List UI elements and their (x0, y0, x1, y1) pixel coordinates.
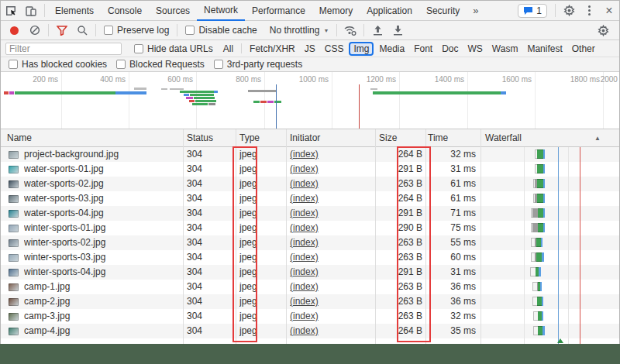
filter-pill-doc[interactable]: Doc (438, 43, 462, 55)
tab-performance[interactable]: Performance (245, 1, 312, 21)
request-initiator-link[interactable]: (index) (290, 221, 367, 235)
filter-pill-fetch-xhr[interactable]: Fetch/XHR (246, 43, 299, 55)
sort-ascending-icon[interactable]: ▲ (594, 129, 601, 147)
tab-network[interactable]: Network (197, 1, 245, 21)
waterfall-bar[interactable] (531, 252, 544, 262)
request-row-water-sports-01.jpg[interactable]: water-sports-01.jpg304jpeg(index)291 B31… (1, 162, 619, 177)
record-icon[interactable] (10, 26, 19, 35)
request-initiator-link[interactable]: (index) (290, 265, 367, 280)
request-row-winter-sports-04.jpg[interactable]: winter-sports-04.jpg304jpeg(index)291 B3… (1, 265, 619, 280)
filter-pill-js[interactable]: JS (301, 43, 319, 55)
request-row-camp-3.jpg[interactable]: camp-3.jpg304jpeg(index)263 B32 ms (1, 309, 619, 324)
waterfall-bar[interactable] (533, 179, 545, 188)
throttling-dropdown[interactable]: No throttling ▼ (270, 25, 329, 36)
checkbox[interactable] (104, 26, 113, 35)
more-tabs-chevron[interactable]: » (467, 5, 484, 16)
column-header-name[interactable]: Name (7, 129, 32, 147)
inspect-element-icon[interactable] (1, 2, 21, 20)
overview-bar (194, 97, 215, 99)
filter-pill-css[interactable]: CSS (321, 43, 348, 55)
checkbox[interactable] (185, 26, 195, 35)
column-header-time[interactable]: Time (428, 129, 448, 147)
column-header-initiator[interactable]: Initiator (290, 129, 320, 147)
waterfall-bar[interactable] (533, 311, 543, 321)
filter-pill-img[interactable]: Img (349, 42, 374, 56)
waterfall-bar[interactable] (531, 208, 545, 218)
waterfall-bar[interactable] (532, 297, 543, 306)
request-row-water-sports-04.jpg[interactable]: water-sports-04.jpg304jpeg(index)291 B71… (1, 206, 619, 221)
clear-icon[interactable] (25, 21, 45, 39)
network-settings-gear-icon[interactable] (593, 21, 613, 39)
tab-console[interactable]: Console (101, 1, 149, 21)
request-row-water-sports-02.jpg[interactable]: water-sports-02.jpg304jpeg(index)263 B61… (1, 177, 619, 191)
waterfall-bar[interactable] (535, 164, 545, 173)
request-row-camp-1.jpg[interactable]: camp-1.jpg304jpeg(index)263 B36 ms (1, 280, 619, 294)
search-icon[interactable] (72, 21, 92, 39)
filter-pill-ws[interactable]: WS (464, 43, 487, 55)
blocked-requests-checkbox[interactable]: Blocked Requests (112, 59, 205, 70)
request-initiator-link[interactable]: (index) (290, 147, 367, 162)
disable-cache-checkbox[interactable]: Disable cache (181, 25, 257, 36)
tab-elements[interactable]: Elements (48, 1, 101, 21)
tab-memory[interactable]: Memory (312, 1, 360, 21)
column-header-status[interactable]: Status (187, 129, 213, 147)
waterfall-bar[interactable] (532, 282, 542, 291)
column-header-type[interactable]: Type (239, 129, 260, 147)
request-initiator-link[interactable]: (index) (290, 162, 367, 177)
request-row-winter-sports-03.jpg[interactable]: winter-sports-03.jpg304jpeg(index)263 B6… (1, 250, 619, 265)
request-initiator-link[interactable]: (index) (290, 324, 367, 338)
request-initiator-link[interactable]: (index) (290, 206, 367, 221)
request-initiator-link[interactable]: (index) (290, 250, 367, 265)
filter-pill-all[interactable]: All (219, 43, 237, 55)
request-row-camp-2.jpg[interactable]: camp-2.jpg304jpeg(index)263 B36 ms (1, 294, 619, 309)
request-initiator-link[interactable]: (index) (290, 191, 367, 206)
column-resize-handle[interactable] (480, 129, 481, 344)
column-resize-handle[interactable] (286, 129, 287, 344)
waterfall-bar[interactable] (533, 194, 545, 203)
tab-security[interactable]: Security (419, 1, 467, 21)
request-initiator-link[interactable]: (index) (290, 280, 367, 294)
request-initiator-link[interactable]: (index) (290, 309, 367, 324)
filter-pill-media[interactable]: Media (375, 43, 408, 55)
has-blocked-cookies-checkbox[interactable]: Has blocked cookies (4, 59, 107, 70)
request-initiator-link[interactable]: (index) (290, 177, 367, 191)
network-overview[interactable]: 200 ms400 ms600 ms800 ms1000 ms1200 ms14… (1, 72, 619, 129)
more-options-icon[interactable] (579, 2, 599, 20)
filter-pill-manifest[interactable]: Manifest (523, 43, 566, 55)
device-toolbar-icon[interactable] (21, 2, 41, 20)
request-row-camp-4.jpg[interactable]: camp-4.jpg304jpeg(index)264 B35 ms (1, 324, 619, 338)
hide-data-urls-checkbox[interactable]: Hide data URLs (129, 43, 213, 54)
filter-input[interactable] (5, 43, 122, 55)
request-time: 32 ms (428, 309, 476, 324)
console-messages-badge[interactable]: 1 (518, 4, 547, 18)
waterfall-bar[interactable] (533, 326, 545, 335)
waterfall-bar[interactable] (531, 238, 542, 247)
request-row-winter-sports-02.jpg[interactable]: winter-sports-02.jpg304jpeg(index)263 B5… (1, 235, 619, 250)
waterfall-bar[interactable] (530, 267, 541, 276)
waterfall-bar[interactable] (535, 149, 545, 159)
3rd-party-requests-checkbox[interactable]: 3rd-party requests (209, 59, 302, 70)
column-resize-handle[interactable] (375, 129, 376, 344)
filter-funnel-icon[interactable] (52, 21, 72, 39)
checkbox[interactable] (134, 44, 143, 53)
column-resize-handle[interactable] (183, 129, 184, 344)
waterfall-bar[interactable] (531, 223, 545, 232)
preserve-log-checkbox[interactable]: Preserve log (99, 25, 169, 36)
column-header-waterfall[interactable]: Waterfall (485, 129, 522, 147)
filter-pill-font[interactable]: Font (410, 43, 436, 55)
tab-application[interactable]: Application (360, 1, 419, 21)
filter-pill-wasm[interactable]: Wasm (488, 43, 522, 55)
filter-pill-other[interactable]: Other (568, 43, 599, 55)
request-row-winter-sports-01.jpg[interactable]: winter-sports-01.jpg304jpeg(index)290 B7… (1, 221, 619, 235)
request-row-water-sports-03.jpg[interactable]: water-sports-03.jpg304jpeg(index)264 B61… (1, 191, 619, 206)
request-row-project-background.jpg[interactable]: project-background.jpg304jpeg(index)264 … (1, 147, 619, 162)
close-icon[interactable]: × (599, 2, 619, 20)
request-initiator-link[interactable]: (index) (290, 294, 367, 309)
export-har-icon[interactable] (388, 21, 408, 39)
tab-sources[interactable]: Sources (149, 1, 197, 21)
column-header-size[interactable]: Size (379, 129, 397, 147)
import-har-icon[interactable] (367, 21, 388, 39)
request-initiator-link[interactable]: (index) (290, 235, 367, 250)
settings-gear-icon[interactable] (559, 2, 579, 20)
network-conditions-icon[interactable] (340, 21, 360, 39)
